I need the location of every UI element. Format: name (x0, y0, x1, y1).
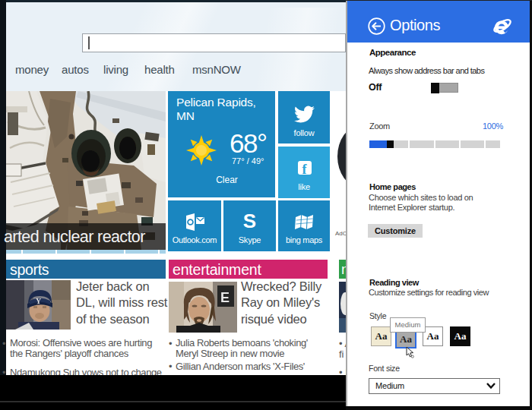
svg-text:Y: Y (36, 297, 42, 305)
svg-text:E: E (220, 290, 230, 305)
